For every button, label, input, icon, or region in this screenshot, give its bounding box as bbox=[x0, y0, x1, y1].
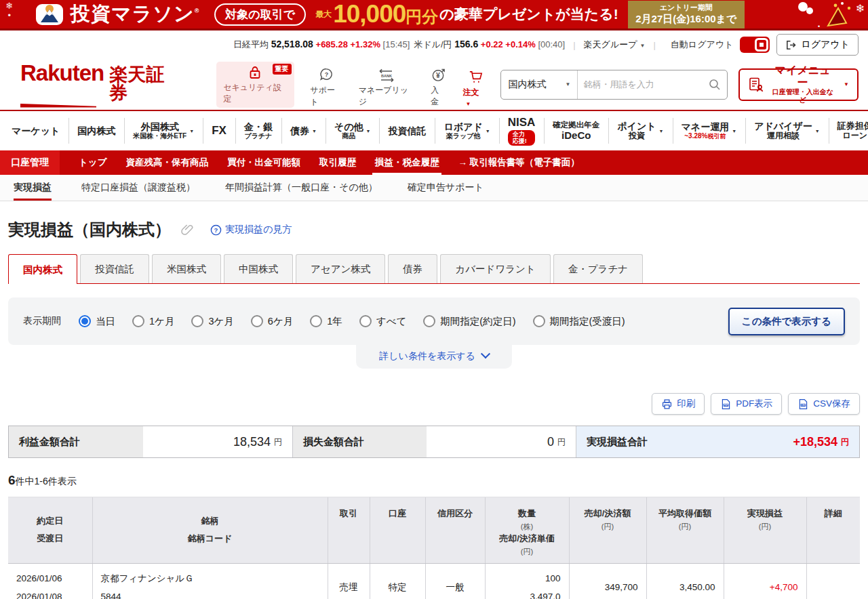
nav-point-invest[interactable]: ポイント投資▼ bbox=[608, 111, 672, 150]
radio-range-settle-date[interactable]: 期間指定(受渡日) bbox=[533, 315, 625, 328]
nav-mutual-funds[interactable]: 投資信託 bbox=[379, 111, 435, 150]
col-trade-type: 取引 bbox=[328, 497, 370, 564]
security-settings-link[interactable]: 重要 セキュリティ設定 bbox=[216, 62, 294, 108]
campaign-amount-unit: 円分 bbox=[406, 7, 438, 26]
apply-filter-button[interactable]: この条件で表示する bbox=[728, 308, 845, 335]
campaign-amount: 10,000円分 bbox=[333, 0, 438, 28]
tab-asean-stock[interactable]: アセアン株式 bbox=[296, 254, 385, 283]
nav-fx[interactable]: FX bbox=[203, 111, 235, 150]
loss-total-value: 0円 bbox=[427, 426, 576, 457]
nav-label: アドバイザー bbox=[754, 121, 812, 131]
radio-1month[interactable]: 1ケ月 bbox=[132, 315, 174, 328]
period-filter-label: 表示期間 bbox=[23, 315, 61, 327]
auto-logout-toggle[interactable] bbox=[740, 37, 770, 53]
paperclip-icon[interactable] bbox=[180, 222, 194, 237]
pl-sub-tabs: 実現損益 特定口座損益（譲渡益税） 年間損益計算（一般口座・その他） 確定申告サ… bbox=[0, 175, 868, 201]
radio-1year[interactable]: 1年 bbox=[310, 315, 342, 328]
support-link[interactable]: ? サポート bbox=[311, 67, 342, 108]
realized-pl-table: 約定日受渡日 銘柄銘柄コード 取引 口座 信用区分 数量(株) 売却/決済単価(… bbox=[8, 497, 860, 599]
nav-nisa[interactable]: NISA全力応援! bbox=[499, 111, 545, 150]
tab-domestic-stock[interactable]: 国内株式 bbox=[8, 254, 77, 284]
tab-mutual-funds[interactable]: 投資信託 bbox=[80, 254, 149, 283]
radio-today[interactable]: 当日 bbox=[79, 315, 115, 328]
svg-text:?: ? bbox=[214, 226, 218, 233]
account-nav-trade-history[interactable]: 取引履歴 bbox=[310, 150, 366, 175]
account-nav-root[interactable]: 口座管理 bbox=[0, 150, 60, 175]
tab-us-stock[interactable]: 米国株式 bbox=[152, 254, 221, 283]
registered-mark: ® bbox=[195, 7, 200, 14]
account-nav-pl-tax-history[interactable]: 損益・税金履歴 bbox=[366, 150, 449, 175]
subtab-tax-support[interactable]: 確定申告サポート bbox=[408, 175, 484, 201]
support-label: サポート bbox=[311, 85, 342, 108]
radio-range-trade-date[interactable]: 期間指定(約定日) bbox=[423, 315, 515, 328]
market-info-bar: 日経平均 52,518.08 +685.28 +1.32% [15:45] 米ド… bbox=[0, 30, 868, 59]
csv-save-button[interactable]: CSV CSV保存 bbox=[788, 393, 860, 415]
mymenu-button[interactable]: マイメニュー 口座管理・入出金など ▼ bbox=[738, 68, 859, 101]
radio-button bbox=[359, 315, 372, 327]
nav-label: FX bbox=[212, 124, 226, 138]
nav-roboadvisor[interactable]: ロボアド楽ラップ他▼ bbox=[435, 111, 498, 150]
deposit-link[interactable]: ¥ 入金 bbox=[431, 67, 446, 108]
show-detail-conditions-link[interactable]: 詳しい条件を表示する bbox=[356, 345, 512, 369]
nav-money-management[interactable]: マネー運用~3.28%税引前▼ bbox=[673, 111, 746, 150]
subtab-specific-account-pl[interactable]: 特定口座損益（譲渡益税） bbox=[81, 175, 195, 201]
subtab-annual-pl[interactable]: 年間損益計算（一般口座・その他） bbox=[225, 175, 378, 201]
help-link[interactable]: ? 実現損益の見方 bbox=[210, 224, 292, 236]
page-title: 実現損益（国内株式） bbox=[8, 219, 171, 241]
nikkei-time: [15:45] bbox=[383, 39, 410, 49]
nav-ideco[interactable]: 確定拠出年金iDeCo bbox=[544, 111, 608, 150]
moneybridge-link[interactable]: BANK マネーブリッジ bbox=[359, 68, 415, 108]
col-symbol: 銘柄銘柄コード bbox=[92, 497, 328, 564]
logout-button[interactable]: ログアウト bbox=[776, 34, 859, 56]
auto-logout-label: 自動ログアウト bbox=[671, 39, 734, 51]
tab-china-stock[interactable]: 中国株式 bbox=[224, 254, 293, 283]
nav-label: 国内株式 bbox=[77, 125, 115, 136]
divider: | bbox=[573, 40, 575, 50]
nav-foreign-stock[interactable]: 外国株式米国株・海外ETF▼ bbox=[124, 111, 203, 150]
account-nav-buying-power[interactable]: 買付・出金可能額 bbox=[218, 150, 310, 175]
nav-domestic-stock[interactable]: 国内株式 bbox=[68, 111, 124, 150]
rakuten-logo[interactable]: Rakuten 楽天証券 bbox=[20, 62, 178, 108]
search-category-select[interactable]: 国内株式 ▼ bbox=[501, 70, 578, 99]
subtab-realized-pl[interactable]: 実現損益 bbox=[14, 175, 52, 201]
nav-gold-platinum[interactable]: 金・銀プラチナ bbox=[235, 111, 281, 150]
radio-all[interactable]: すべて bbox=[359, 315, 407, 328]
nav-other-products[interactable]: その他商品▼ bbox=[326, 111, 380, 150]
nav-securities-loan[interactable]: 証券担保ローン bbox=[829, 111, 868, 150]
chevron-down-icon: ▼ bbox=[659, 129, 664, 133]
account-nav-top[interactable]: トップ bbox=[69, 150, 116, 175]
tab-gold-platinum[interactable]: 金・プラチナ bbox=[553, 254, 643, 283]
col-avg-cost: 平均取得価額(円) bbox=[646, 497, 724, 564]
search-icon[interactable] bbox=[708, 78, 722, 91]
search-input[interactable] bbox=[578, 79, 708, 89]
rakuten-group-menu[interactable]: 楽天グループ▼ bbox=[584, 39, 646, 51]
order-menu[interactable]: 注文 ▼ bbox=[463, 69, 489, 108]
campaign-title: 投資マラソン® bbox=[71, 1, 199, 28]
pdf-view-button[interactable]: PDF PDF表示 bbox=[711, 393, 782, 415]
snowflake-decoration: ❄ • bbox=[5, 1, 13, 21]
nav-label: ロボアド bbox=[443, 121, 482, 132]
account-nav-trade-reports[interactable]: → 取引報告書等（電子書面） bbox=[448, 150, 589, 175]
logout-icon bbox=[785, 39, 797, 51]
profit-total-label: 利益金額合計 bbox=[9, 426, 143, 457]
result-count: 6件中1-6件表示 bbox=[8, 473, 860, 488]
moneybridge-label: マネーブリッジ bbox=[359, 85, 415, 108]
chevron-down-icon: ▼ bbox=[312, 129, 317, 133]
nav-sublabel: 商品 bbox=[342, 132, 355, 140]
radio-6months[interactable]: 6ケ月 bbox=[251, 315, 293, 328]
tab-bonds[interactable]: 債券 bbox=[388, 254, 437, 283]
nav-advisor[interactable]: アドバイザー運用相談▼ bbox=[745, 111, 829, 150]
nav-market[interactable]: マーケット bbox=[3, 111, 68, 150]
tab-covered-warrant[interactable]: カバードワラント bbox=[440, 254, 550, 283]
col-trade-settle-date: 約定日受渡日 bbox=[8, 497, 92, 564]
radio-button bbox=[191, 315, 203, 327]
account-nav-balance[interactable]: 資産残高・保有商品 bbox=[116, 150, 218, 175]
nav-bonds[interactable]: 債券▼ bbox=[281, 111, 326, 150]
print-button[interactable]: 印刷 bbox=[652, 393, 705, 415]
chevron-down-icon: ▼ bbox=[366, 129, 370, 133]
chevron-down-icon: ▼ bbox=[844, 81, 849, 87]
radio-3months[interactable]: 3ケ月 bbox=[191, 315, 233, 328]
important-badge: 重要 bbox=[273, 64, 292, 75]
nikkei-quote: 日経平均 52,518.08 +685.28 +1.32% [15:45] bbox=[233, 39, 410, 51]
promo-banner[interactable]: ❄ • 投資マラソン® 対象の取引で 最大 10,000円分 の豪華プレゼントが… bbox=[0, 0, 868, 30]
